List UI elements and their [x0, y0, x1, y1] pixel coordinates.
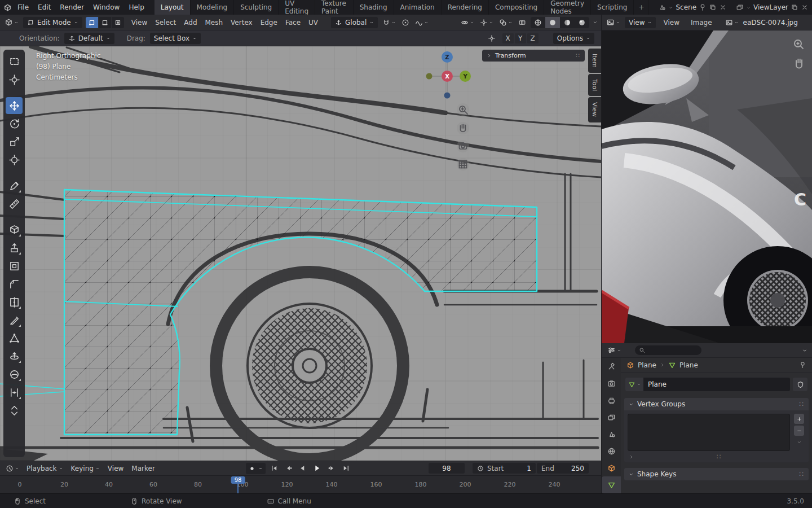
- editor-type-properties[interactable]: [606, 346, 623, 354]
- image-mode-dropdown[interactable]: View: [625, 17, 656, 28]
- gizmos-dropdown[interactable]: [479, 19, 495, 27]
- viewport-menu-edge[interactable]: Edge: [257, 19, 281, 27]
- vertex-select-mode[interactable]: [86, 17, 98, 28]
- options-dropdown[interactable]: Options: [553, 33, 594, 44]
- playhead-badge[interactable]: 98: [231, 476, 245, 484]
- workspace-tab-geometry-nodes[interactable]: Geometry Nodes: [544, 0, 591, 15]
- close-icon[interactable]: [719, 3, 727, 11]
- tool-annotate[interactable]: [6, 177, 23, 194]
- shading-material[interactable]: [560, 17, 575, 28]
- copy-icon[interactable]: [709, 3, 717, 11]
- workspace-tab-scripting[interactable]: Scripting: [591, 0, 634, 15]
- datablock-name-input[interactable]: Plane: [643, 378, 790, 391]
- editor-type-image[interactable]: [605, 18, 621, 27]
- shading-options-chevron[interactable]: [593, 20, 598, 25]
- tool-select-box[interactable]: [6, 53, 23, 70]
- vertex-groups-list[interactable]: [628, 414, 790, 451]
- breadcrumb-data[interactable]: Plane: [679, 361, 698, 369]
- workspace-tab-modeling[interactable]: Modeling: [191, 0, 235, 15]
- viewport-menu-view[interactable]: View: [127, 19, 151, 27]
- reference-photo[interactable]: C: [602, 30, 812, 343]
- tab-view[interactable]: View: [588, 97, 601, 122]
- proportional-falloff-dropdown[interactable]: [414, 19, 430, 27]
- add-vertex-group-button[interactable]: [794, 414, 804, 424]
- editor-type-timeline[interactable]: [5, 465, 20, 472]
- drag-setting-dropdown[interactable]: Select Box: [150, 33, 201, 44]
- copy-icon[interactable]: [791, 3, 798, 11]
- workspace-tab-layout[interactable]: Layout: [155, 0, 191, 15]
- shading-solid[interactable]: [545, 17, 560, 28]
- menu-help[interactable]: Help: [124, 0, 148, 15]
- mode-dropdown[interactable]: Edit Mode: [23, 17, 82, 28]
- vertex-group-specials-menu[interactable]: [797, 440, 802, 445]
- add-workspace-button[interactable]: +: [634, 0, 649, 15]
- fake-user-shield-button[interactable]: [793, 378, 807, 391]
- tool-knife[interactable]: [6, 312, 23, 329]
- mirror-axis-z[interactable]: Z: [527, 33, 539, 43]
- pin-icon[interactable]: [699, 3, 707, 11]
- menu-file[interactable]: File: [13, 0, 33, 15]
- pin-icon[interactable]: [799, 361, 806, 369]
- prev-keyframe-button[interactable]: [283, 464, 294, 472]
- scene-selector[interactable]: Scene: [658, 3, 727, 11]
- tool-scale[interactable]: [6, 133, 23, 150]
- tool-transform[interactable]: [6, 151, 23, 168]
- remove-vertex-group-button[interactable]: [794, 426, 804, 436]
- workspace-tab-texture-paint[interactable]: Texture Paint: [315, 0, 354, 15]
- tool-smooth[interactable]: [6, 366, 23, 383]
- image-image-menu[interactable]: Image: [687, 15, 716, 30]
- face-select-mode[interactable]: [112, 17, 124, 28]
- grid-ortho-button[interactable]: [457, 158, 469, 170]
- blender-app-icon[interactable]: [0, 3, 13, 12]
- properties-tab-object[interactable]: [602, 459, 621, 476]
- tool-add-cube[interactable]: [6, 221, 23, 238]
- tab-tool[interactable]: Tool: [588, 74, 601, 96]
- jump-to-start-button[interactable]: [269, 464, 280, 472]
- mirror-axis-y[interactable]: Y: [515, 33, 526, 43]
- mesh-datablock-dropdown[interactable]: [625, 378, 643, 391]
- tool-bevel[interactable]: [6, 275, 23, 292]
- viewport-menu-select[interactable]: Select: [151, 19, 180, 27]
- xray-toggle[interactable]: [517, 19, 527, 27]
- menu-render[interactable]: Render: [55, 0, 89, 15]
- search-input[interactable]: [647, 347, 692, 354]
- workspace-tab-sculpting[interactable]: Sculpting: [234, 0, 279, 15]
- axis-neg-y-ball[interactable]: [426, 73, 433, 80]
- timeline-menu-marker[interactable]: Marker: [127, 465, 158, 472]
- properties-tab-data[interactable]: [602, 476, 621, 493]
- viewport-menu-vertex[interactable]: Vertex: [227, 19, 257, 27]
- image-datablock-icon[interactable]: [724, 19, 740, 27]
- timeline-menu-keying[interactable]: Keying: [67, 465, 104, 472]
- viewport-menu-face[interactable]: Face: [281, 19, 304, 27]
- breadcrumb-object[interactable]: Plane: [638, 361, 656, 369]
- zoom-button[interactable]: [457, 103, 469, 116]
- viewport-canvas[interactable]: Z X Y: [0, 46, 601, 461]
- menu-window[interactable]: Window: [89, 0, 124, 15]
- tool-edge-slide[interactable]: [6, 384, 23, 401]
- next-keyframe-button[interactable]: [326, 464, 337, 472]
- properties-tab-view-layer[interactable]: [602, 409, 621, 426]
- close-icon[interactable]: [801, 3, 809, 11]
- properties-tab-scene[interactable]: [602, 426, 621, 443]
- shading-rendered[interactable]: [575, 17, 589, 28]
- shape-keys-section-header[interactable]: Shape Keys ∷: [624, 468, 809, 480]
- tool-poly-build[interactable]: [6, 330, 23, 347]
- viewport-3d[interactable]: Z X Y Right Orthogr: [0, 46, 601, 461]
- vertex-groups-section-header[interactable]: Vertex Groups ∷: [624, 398, 809, 410]
- workspace-tab-compositing[interactable]: Compositing: [489, 0, 544, 15]
- frame-start-field[interactable]: Start 1: [473, 463, 536, 474]
- tool-loop-cut[interactable]: [6, 294, 23, 310]
- filter-chevron[interactable]: [802, 348, 807, 353]
- tool-rotate[interactable]: [6, 115, 23, 132]
- viewport-menu-uv[interactable]: UV: [304, 19, 322, 27]
- expand-icon[interactable]: [629, 454, 634, 459]
- orientation-dropdown[interactable]: Global: [331, 17, 378, 28]
- shading-wireframe[interactable]: [531, 17, 545, 28]
- editor-type-3d-viewport[interactable]: [3, 18, 20, 27]
- workspace-tab-animation[interactable]: Animation: [394, 0, 442, 15]
- tab-item[interactable]: Item: [588, 49, 601, 73]
- viewport-menu-add[interactable]: Add: [180, 19, 201, 27]
- properties-tab-tool[interactable]: [602, 358, 621, 375]
- camera-view-button[interactable]: [457, 140, 469, 152]
- menu-edit[interactable]: Edit: [33, 0, 55, 15]
